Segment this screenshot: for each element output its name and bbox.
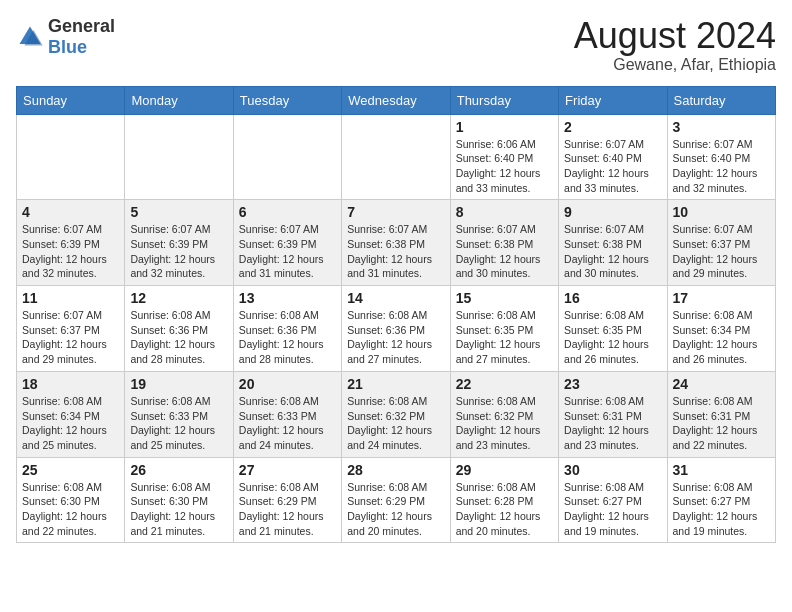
day-info: Sunrise: 6:08 AM Sunset: 6:27 PM Dayligh…: [564, 480, 661, 539]
day-of-week-header: Tuesday: [233, 86, 341, 114]
calendar-cell: 26Sunrise: 6:08 AM Sunset: 6:30 PM Dayli…: [125, 457, 233, 543]
day-info: Sunrise: 6:08 AM Sunset: 6:35 PM Dayligh…: [456, 308, 553, 367]
day-info: Sunrise: 6:07 AM Sunset: 6:38 PM Dayligh…: [456, 222, 553, 281]
day-info: Sunrise: 6:07 AM Sunset: 6:38 PM Dayligh…: [347, 222, 444, 281]
day-number: 29: [456, 462, 553, 478]
day-info: Sunrise: 6:07 AM Sunset: 6:37 PM Dayligh…: [673, 222, 770, 281]
day-info: Sunrise: 6:08 AM Sunset: 6:29 PM Dayligh…: [239, 480, 336, 539]
day-number: 19: [130, 376, 227, 392]
calendar-cell: 11Sunrise: 6:07 AM Sunset: 6:37 PM Dayli…: [17, 286, 125, 372]
calendar-cell: 29Sunrise: 6:08 AM Sunset: 6:28 PM Dayli…: [450, 457, 558, 543]
day-number: 31: [673, 462, 770, 478]
day-info: Sunrise: 6:08 AM Sunset: 6:35 PM Dayligh…: [564, 308, 661, 367]
day-info: Sunrise: 6:06 AM Sunset: 6:40 PM Dayligh…: [456, 137, 553, 196]
day-info: Sunrise: 6:07 AM Sunset: 6:39 PM Dayligh…: [22, 222, 119, 281]
calendar-week-row: 4Sunrise: 6:07 AM Sunset: 6:39 PM Daylig…: [17, 200, 776, 286]
calendar-cell: 8Sunrise: 6:07 AM Sunset: 6:38 PM Daylig…: [450, 200, 558, 286]
day-number: 1: [456, 119, 553, 135]
calendar-header: SundayMondayTuesdayWednesdayThursdayFrid…: [17, 86, 776, 114]
day-number: 17: [673, 290, 770, 306]
day-number: 20: [239, 376, 336, 392]
day-number: 5: [130, 204, 227, 220]
calendar-cell: 28Sunrise: 6:08 AM Sunset: 6:29 PM Dayli…: [342, 457, 450, 543]
calendar-cell: 25Sunrise: 6:08 AM Sunset: 6:30 PM Dayli…: [17, 457, 125, 543]
day-info: Sunrise: 6:08 AM Sunset: 6:27 PM Dayligh…: [673, 480, 770, 539]
day-number: 24: [673, 376, 770, 392]
day-info: Sunrise: 6:08 AM Sunset: 6:30 PM Dayligh…: [130, 480, 227, 539]
day-number: 14: [347, 290, 444, 306]
calendar-cell: 9Sunrise: 6:07 AM Sunset: 6:38 PM Daylig…: [559, 200, 667, 286]
day-info: Sunrise: 6:08 AM Sunset: 6:31 PM Dayligh…: [673, 394, 770, 453]
day-info: Sunrise: 6:08 AM Sunset: 6:34 PM Dayligh…: [22, 394, 119, 453]
page-header: General Blue August 2024 Gewane, Afar, E…: [16, 16, 776, 74]
day-number: 10: [673, 204, 770, 220]
calendar-cell: 21Sunrise: 6:08 AM Sunset: 6:32 PM Dayli…: [342, 371, 450, 457]
day-info: Sunrise: 6:08 AM Sunset: 6:36 PM Dayligh…: [347, 308, 444, 367]
day-number: 21: [347, 376, 444, 392]
calendar-cell: 3Sunrise: 6:07 AM Sunset: 6:40 PM Daylig…: [667, 114, 775, 200]
day-number: 27: [239, 462, 336, 478]
day-info: Sunrise: 6:07 AM Sunset: 6:37 PM Dayligh…: [22, 308, 119, 367]
day-number: 8: [456, 204, 553, 220]
calendar-cell: 22Sunrise: 6:08 AM Sunset: 6:32 PM Dayli…: [450, 371, 558, 457]
calendar-cell: 30Sunrise: 6:08 AM Sunset: 6:27 PM Dayli…: [559, 457, 667, 543]
day-info: Sunrise: 6:08 AM Sunset: 6:32 PM Dayligh…: [456, 394, 553, 453]
day-info: Sunrise: 6:07 AM Sunset: 6:39 PM Dayligh…: [239, 222, 336, 281]
day-info: Sunrise: 6:08 AM Sunset: 6:33 PM Dayligh…: [130, 394, 227, 453]
day-of-week-header: Thursday: [450, 86, 558, 114]
logo: General Blue: [16, 16, 115, 58]
day-number: 9: [564, 204, 661, 220]
day-number: 22: [456, 376, 553, 392]
day-of-week-header: Friday: [559, 86, 667, 114]
day-info: Sunrise: 6:08 AM Sunset: 6:28 PM Dayligh…: [456, 480, 553, 539]
calendar-cell: [233, 114, 341, 200]
day-of-week-header: Saturday: [667, 86, 775, 114]
day-of-week-header: Wednesday: [342, 86, 450, 114]
days-of-week-row: SundayMondayTuesdayWednesdayThursdayFrid…: [17, 86, 776, 114]
calendar-cell: 5Sunrise: 6:07 AM Sunset: 6:39 PM Daylig…: [125, 200, 233, 286]
calendar-cell: 6Sunrise: 6:07 AM Sunset: 6:39 PM Daylig…: [233, 200, 341, 286]
calendar-cell: 14Sunrise: 6:08 AM Sunset: 6:36 PM Dayli…: [342, 286, 450, 372]
day-info: Sunrise: 6:07 AM Sunset: 6:39 PM Dayligh…: [130, 222, 227, 281]
day-info: Sunrise: 6:08 AM Sunset: 6:32 PM Dayligh…: [347, 394, 444, 453]
calendar-cell: [342, 114, 450, 200]
day-info: Sunrise: 6:08 AM Sunset: 6:36 PM Dayligh…: [130, 308, 227, 367]
day-info: Sunrise: 6:08 AM Sunset: 6:29 PM Dayligh…: [347, 480, 444, 539]
day-number: 25: [22, 462, 119, 478]
calendar-cell: 2Sunrise: 6:07 AM Sunset: 6:40 PM Daylig…: [559, 114, 667, 200]
day-number: 11: [22, 290, 119, 306]
day-info: Sunrise: 6:07 AM Sunset: 6:38 PM Dayligh…: [564, 222, 661, 281]
logo-text: General Blue: [48, 16, 115, 58]
day-number: 12: [130, 290, 227, 306]
calendar-cell: 7Sunrise: 6:07 AM Sunset: 6:38 PM Daylig…: [342, 200, 450, 286]
calendar-cell: 16Sunrise: 6:08 AM Sunset: 6:35 PM Dayli…: [559, 286, 667, 372]
day-number: 26: [130, 462, 227, 478]
day-info: Sunrise: 6:07 AM Sunset: 6:40 PM Dayligh…: [673, 137, 770, 196]
calendar-cell: 27Sunrise: 6:08 AM Sunset: 6:29 PM Dayli…: [233, 457, 341, 543]
day-info: Sunrise: 6:08 AM Sunset: 6:30 PM Dayligh…: [22, 480, 119, 539]
day-number: 3: [673, 119, 770, 135]
day-info: Sunrise: 6:07 AM Sunset: 6:40 PM Dayligh…: [564, 137, 661, 196]
location-subtitle: Gewane, Afar, Ethiopia: [574, 56, 776, 74]
month-year-title: August 2024: [574, 16, 776, 56]
calendar-cell: 12Sunrise: 6:08 AM Sunset: 6:36 PM Dayli…: [125, 286, 233, 372]
calendar-body: 1Sunrise: 6:06 AM Sunset: 6:40 PM Daylig…: [17, 114, 776, 543]
calendar-cell: 24Sunrise: 6:08 AM Sunset: 6:31 PM Dayli…: [667, 371, 775, 457]
calendar-cell: 10Sunrise: 6:07 AM Sunset: 6:37 PM Dayli…: [667, 200, 775, 286]
day-number: 15: [456, 290, 553, 306]
calendar-cell: 31Sunrise: 6:08 AM Sunset: 6:27 PM Dayli…: [667, 457, 775, 543]
day-info: Sunrise: 6:08 AM Sunset: 6:36 PM Dayligh…: [239, 308, 336, 367]
day-of-week-header: Monday: [125, 86, 233, 114]
day-number: 16: [564, 290, 661, 306]
calendar-cell: 4Sunrise: 6:07 AM Sunset: 6:39 PM Daylig…: [17, 200, 125, 286]
day-number: 7: [347, 204, 444, 220]
calendar-cell: 1Sunrise: 6:06 AM Sunset: 6:40 PM Daylig…: [450, 114, 558, 200]
title-area: August 2024 Gewane, Afar, Ethiopia: [574, 16, 776, 74]
calendar-cell: 23Sunrise: 6:08 AM Sunset: 6:31 PM Dayli…: [559, 371, 667, 457]
calendar-week-row: 11Sunrise: 6:07 AM Sunset: 6:37 PM Dayli…: [17, 286, 776, 372]
calendar-cell: 17Sunrise: 6:08 AM Sunset: 6:34 PM Dayli…: [667, 286, 775, 372]
logo-blue: Blue: [48, 37, 87, 57]
calendar-cell: [125, 114, 233, 200]
logo-general: General: [48, 16, 115, 36]
calendar-cell: 13Sunrise: 6:08 AM Sunset: 6:36 PM Dayli…: [233, 286, 341, 372]
